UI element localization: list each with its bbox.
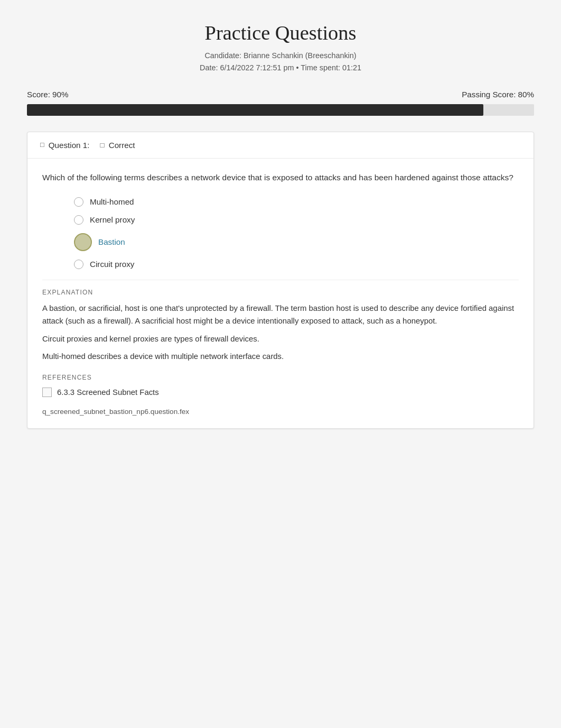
references-label: REFERENCES xyxy=(42,374,519,381)
answer-text-a: Multi-homed xyxy=(90,197,134,206)
radio-a[interactable] xyxy=(74,197,83,207)
date-value: 6/14/2022 7:12:51 pm xyxy=(220,63,294,72)
page-header: Practice Questions Candidate: Brianne Sc… xyxy=(27,21,534,74)
answer-text-b: Kernel proxy xyxy=(90,215,135,224)
explanation-text-3: Multi-homed describes a device with mult… xyxy=(42,351,519,363)
page-container: Practice Questions Candidate: Brianne Sc… xyxy=(27,21,534,429)
candidate-label: Candidate: xyxy=(204,51,241,60)
date-line: Date: 6/14/2022 7:12:51 pm • Time spent:… xyxy=(27,62,534,74)
answer-text-d: Circuit proxy xyxy=(90,260,134,269)
question-status: Correct xyxy=(109,141,135,150)
question-filename: q_screened_subnet_bastion_np6.question.f… xyxy=(42,408,519,416)
time-spent-value: 01:21 xyxy=(342,63,361,72)
answer-option-d[interactable]: Circuit proxy xyxy=(74,260,519,269)
references-section: REFERENCES 6.3.3 Screened Subnet Facts xyxy=(42,374,519,397)
collapse-icon[interactable]: □ xyxy=(40,141,44,149)
correct-icon: □ xyxy=(100,141,104,149)
progress-bar-fill xyxy=(27,104,483,116)
separator: • xyxy=(296,63,301,72)
passing-score-label: Passing Score: 80% xyxy=(462,90,534,99)
score-label: Score: 90% xyxy=(27,90,69,99)
date-label: Date: xyxy=(200,63,218,72)
candidate-info: Candidate: Brianne Schankin (Breeschanki… xyxy=(27,50,534,74)
question-header-left: □ Question 1: xyxy=(40,141,89,150)
answer-text-c: Bastion xyxy=(98,237,125,246)
correct-badge: □ Correct xyxy=(100,141,135,150)
ref-icon xyxy=(42,388,52,397)
candidate-name: Brianne Schankin (Breeschankin) xyxy=(244,51,357,60)
score-row: Score: 90% Passing Score: 80% xyxy=(27,90,534,99)
explanation-section: EXPLANATION A bastion, or sacrificial, h… xyxy=(42,280,519,363)
answer-option-c[interactable]: Bastion xyxy=(74,233,519,251)
question-body: Which of the following terms describes a… xyxy=(27,159,534,428)
answer-option-b[interactable]: Kernel proxy xyxy=(74,215,519,225)
reference-item-1[interactable]: 6.3.3 Screened Subnet Facts xyxy=(42,388,519,397)
progress-bar-container xyxy=(27,104,534,116)
radio-d[interactable] xyxy=(74,260,83,269)
radio-c[interactable] xyxy=(74,233,92,251)
answer-option-a[interactable]: Multi-homed xyxy=(74,197,519,207)
radio-b[interactable] xyxy=(74,215,83,225)
reference-text-1: 6.3.3 Screened Subnet Facts xyxy=(57,388,159,397)
answer-options: Multi-homed Kernel proxy Bastion Circuit… xyxy=(74,197,519,269)
question-card: □ Question 1: □ Correct Which of the fol… xyxy=(27,132,534,429)
explanation-label: EXPLANATION xyxy=(42,289,519,296)
explanation-text-1: A bastion, or sacrificial, host is one t… xyxy=(42,302,519,328)
candidate-line: Candidate: Brianne Schankin (Breeschanki… xyxy=(27,50,534,62)
question-label: Question 1: xyxy=(49,141,90,150)
explanation-text-2: Circuit proxies and kernel proxies are t… xyxy=(42,333,519,346)
question-header: □ Question 1: □ Correct xyxy=(27,132,534,159)
time-spent-label: Time spent: xyxy=(301,63,340,72)
page-title: Practice Questions xyxy=(27,21,534,44)
question-text: Which of the following terms describes a… xyxy=(42,171,519,185)
